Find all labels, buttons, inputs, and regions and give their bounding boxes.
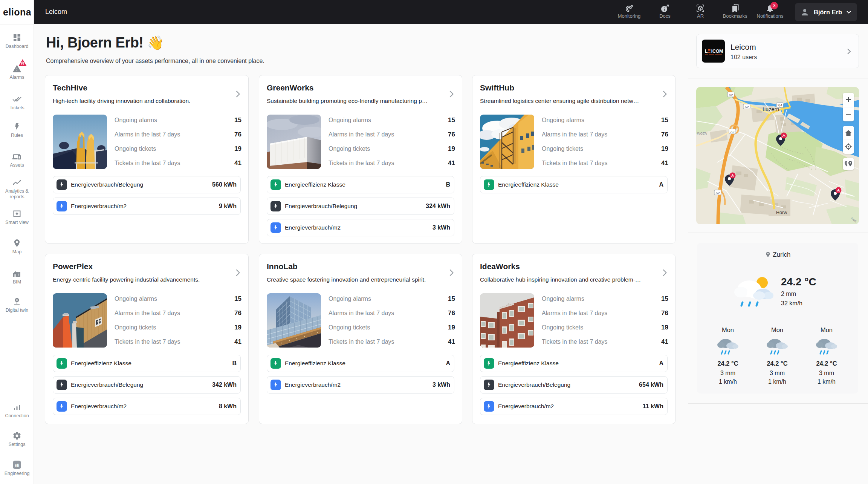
svg-text:A2: A2 xyxy=(730,130,734,134)
svg-text:A2: A2 xyxy=(729,93,733,97)
svg-text:2|4: 2|4 xyxy=(778,103,782,107)
svg-text:INGEN: INGEN xyxy=(697,132,708,135)
svg-text:ICOM: ICOM xyxy=(711,49,723,54)
svg-text:A2: A2 xyxy=(744,105,749,109)
svg-text:Horw: Horw xyxy=(776,210,787,215)
svg-text:L: L xyxy=(705,49,708,54)
svg-text:eli: eli xyxy=(15,463,19,467)
svg-text:A2: A2 xyxy=(715,191,720,195)
svg-text:eliona: eliona xyxy=(3,8,31,17)
